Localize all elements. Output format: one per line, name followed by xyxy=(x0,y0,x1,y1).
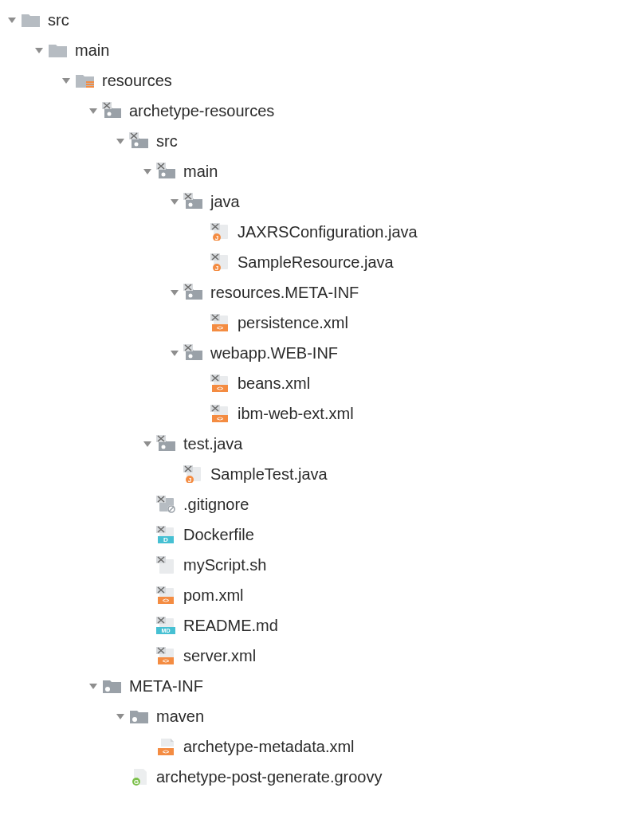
gitignore-x-icon xyxy=(156,496,177,513)
svg-marker-0 xyxy=(8,18,16,23)
tree-row[interactable]: src xyxy=(3,126,644,156)
tree-item-label: ibm-web-ext.xml xyxy=(238,406,354,421)
disclosure-triangle-icon[interactable] xyxy=(166,286,183,299)
tree-row[interactable]: main xyxy=(3,156,644,186)
svg-text:<>: <> xyxy=(163,749,169,754)
tree-row[interactable]: java xyxy=(3,186,644,217)
tree-item-label: pom.xml xyxy=(183,587,244,603)
folder-dot-icon xyxy=(129,707,150,725)
tree-row[interactable]: maven xyxy=(3,701,644,731)
svg-marker-15 xyxy=(171,199,179,205)
tree-row[interactable]: J JAXRSConfiguration.java xyxy=(3,217,644,247)
svg-marker-6 xyxy=(89,108,97,114)
folder-res-icon xyxy=(75,72,96,89)
svg-point-7 xyxy=(108,112,112,116)
svg-point-37 xyxy=(189,355,193,359)
tree-row[interactable]: webapp.WEB-INF xyxy=(3,338,644,368)
svg-text:<>: <> xyxy=(163,598,169,603)
tree-row[interactable]: <> ibm-web-ext.xml xyxy=(3,398,644,429)
folder-icon xyxy=(48,41,69,59)
tree-row[interactable]: MD README.md xyxy=(3,610,644,641)
tree-item-label: src xyxy=(156,133,178,149)
xml-x-icon: <> xyxy=(210,374,231,392)
disclosure-triangle-icon[interactable] xyxy=(30,44,48,57)
file-x-icon xyxy=(156,556,177,574)
svg-point-13 xyxy=(162,173,166,177)
svg-text:J: J xyxy=(188,476,191,483)
tree-item-label: test.java xyxy=(183,436,242,452)
folder-x-icon xyxy=(102,102,123,120)
tree-item-label: SampleTest.java xyxy=(210,466,328,482)
tree-row[interactable]: .gitignore xyxy=(3,489,644,519)
java-x-icon: J xyxy=(210,253,231,271)
svg-text:J: J xyxy=(215,234,218,241)
svg-point-29 xyxy=(189,294,193,298)
tree-item-label: archetype-post-generate.groovy xyxy=(156,769,383,785)
disclosure-triangle-icon[interactable] xyxy=(3,14,21,26)
xml-x-icon: <> xyxy=(156,647,177,664)
svg-text:D: D xyxy=(163,536,168,543)
tree-item-label: JAXRSConfiguration.java xyxy=(238,224,418,240)
groovy-icon: G xyxy=(129,768,150,786)
tree-item-label: maven xyxy=(156,708,204,724)
tree-row[interactable]: archetype-resources xyxy=(3,96,644,126)
svg-text:<>: <> xyxy=(217,325,223,331)
disclosure-triangle-icon[interactable] xyxy=(166,347,183,359)
svg-rect-4 xyxy=(86,84,94,85)
tree-item-label: SampleResource.java xyxy=(238,254,394,270)
disclosure-triangle-icon[interactable] xyxy=(112,135,129,147)
disclosure-triangle-icon[interactable] xyxy=(57,74,75,87)
disclosure-triangle-icon[interactable] xyxy=(166,195,183,208)
tree-item-label: .gitignore xyxy=(183,496,249,512)
tree-item-label: resources.META-INF xyxy=(210,284,359,300)
svg-point-87 xyxy=(105,687,110,692)
svg-marker-2 xyxy=(62,78,70,84)
tree-item-label: main xyxy=(75,42,109,58)
tree-row[interactable]: META-INF xyxy=(3,671,644,701)
tree-row[interactable]: <> server.xml xyxy=(3,641,644,671)
tree-item-label: archetype-metadata.xml xyxy=(183,739,355,754)
folder-x-icon xyxy=(183,344,204,362)
tree-row[interactable]: resources.META-INF xyxy=(3,277,644,308)
disclosure-triangle-icon[interactable] xyxy=(84,680,102,692)
folder-x-icon xyxy=(156,163,177,180)
svg-marker-36 xyxy=(171,351,179,356)
tree-item-label: main xyxy=(183,163,218,179)
tree-item-label: webapp.WEB-INF xyxy=(210,345,338,361)
java-x-icon: J xyxy=(183,465,204,483)
disclosure-triangle-icon[interactable] xyxy=(84,104,102,117)
tree-row[interactable]: D Dockerfile xyxy=(3,519,644,550)
tree-item-label: META-INF xyxy=(129,678,203,694)
svg-rect-3 xyxy=(86,81,94,83)
disclosure-triangle-icon[interactable] xyxy=(139,437,156,450)
tree-row[interactable]: main xyxy=(3,35,644,65)
disclosure-triangle-icon[interactable] xyxy=(139,165,156,178)
svg-point-16 xyxy=(189,203,193,207)
disclosure-triangle-icon[interactable] xyxy=(112,710,129,723)
svg-rect-5 xyxy=(86,86,94,88)
project-tree: src main resources archetype-resources xyxy=(0,0,644,800)
folder-x-icon xyxy=(183,193,204,210)
java-x-icon: J xyxy=(210,223,231,241)
docker-x-icon: D xyxy=(156,526,177,543)
tree-row[interactable]: <> beans.xml xyxy=(3,368,644,398)
tree-row[interactable]: resources xyxy=(3,65,644,96)
tree-row[interactable]: test.java xyxy=(3,429,644,459)
tree-row[interactable]: <> archetype-metadata.xml xyxy=(3,731,644,762)
md-x-icon: MD xyxy=(156,617,177,634)
tree-row[interactable]: <> pom.xml xyxy=(3,580,644,610)
tree-item-label: java xyxy=(210,194,240,210)
tree-row[interactable]: <> persistence.xml xyxy=(3,308,644,338)
tree-row[interactable]: J SampleResource.java xyxy=(3,247,644,277)
tree-item-label: Dockerfile xyxy=(183,527,254,543)
svg-text:<>: <> xyxy=(163,658,169,664)
xml-x-icon: <> xyxy=(156,586,177,604)
svg-point-50 xyxy=(162,445,166,449)
folder-x-icon xyxy=(183,284,204,301)
tree-row[interactable]: src xyxy=(3,5,644,35)
tree-row[interactable]: myScript.sh xyxy=(3,550,644,580)
tree-row[interactable]: G archetype-post-generate.groovy xyxy=(3,762,644,792)
tree-item-label: myScript.sh xyxy=(183,557,266,573)
tree-row[interactable]: J SampleTest.java xyxy=(3,459,644,489)
svg-text:J: J xyxy=(215,265,218,271)
